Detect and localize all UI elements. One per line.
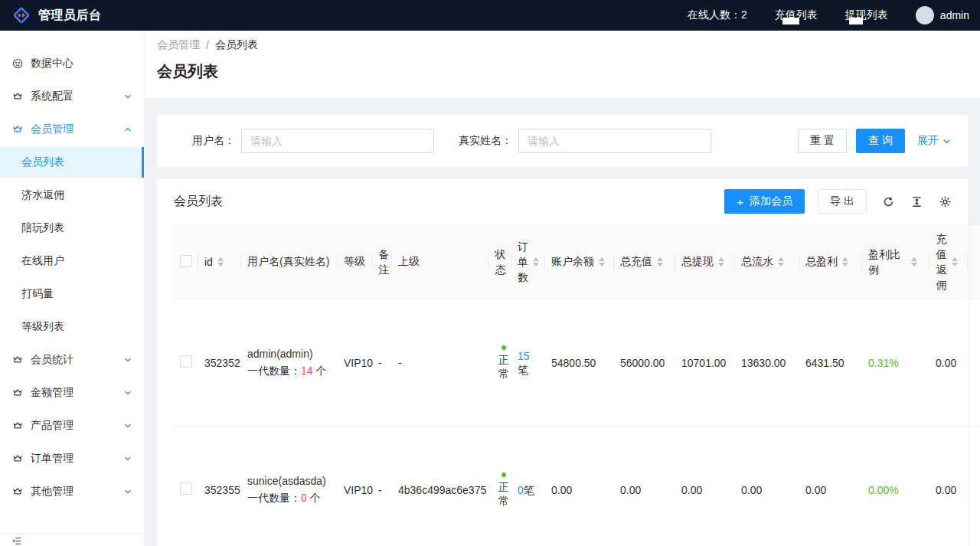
total-profit-value: 0.00 — [805, 484, 826, 496]
header-recharge-rebate[interactable]: 充值返佣 — [929, 225, 968, 299]
sidebar-item-level-list[interactable]: 等级列表 — [0, 312, 144, 342]
sidebar-item-product-manage[interactable]: 产品管理 — [0, 410, 144, 441]
sort-carets-icon[interactable] — [952, 257, 958, 266]
menu-fold-icon[interactable] — [12, 536, 22, 546]
realname-label: 真实姓名： — [459, 134, 512, 148]
crown-icon — [12, 420, 23, 431]
green-dot-icon — [501, 472, 506, 477]
header-username-label: 用户名(真实姓名) — [247, 255, 329, 267]
header-profit-ratio[interactable]: 盈利比例 — [862, 225, 929, 299]
username: admin — [940, 9, 969, 21]
green-dot-icon — [501, 345, 506, 350]
sidebar-item-other-manage[interactable]: 其他管理 — [0, 476, 144, 507]
row-checkbox[interactable] — [180, 355, 192, 368]
sidebar-item-label: 金额管理 — [31, 386, 74, 400]
header-id[interactable]: id — [198, 225, 241, 299]
realname-input[interactable] — [518, 129, 711, 153]
cell-orders: 0笔 — [511, 427, 545, 546]
sidebar-item-companion-list[interactable]: 陪玩列表 — [0, 213, 144, 244]
sidebar-item-member-list[interactable]: 会员列表 — [0, 147, 144, 178]
cell-total-profit: 6431.50 — [799, 299, 862, 427]
orders-count-link[interactable]: 15 — [518, 350, 530, 362]
header-level-label: 等级 — [344, 255, 365, 267]
header-orders[interactable]: 订单数 — [511, 225, 545, 299]
expand-toggle[interactable]: 展开 — [917, 134, 951, 148]
sort-carets-icon[interactable] — [842, 257, 848, 266]
sidebar-item-coding-volume[interactable]: 打码量 — [0, 279, 144, 309]
cell-status: 正常 — [488, 299, 511, 427]
select-all-checkbox[interactable] — [180, 255, 192, 267]
cell-level: VIP10 — [338, 427, 372, 546]
export-button[interactable]: 导 出 — [818, 189, 867, 214]
cell-profit-ratio: 0.31% — [862, 299, 929, 427]
crown-icon — [12, 355, 23, 365]
cell-total-withdraw: 0.00 — [675, 427, 735, 546]
cell-parent: 4b36c499ac6e375 — [392, 427, 488, 546]
header-total-profit-label: 总盈利 — [805, 255, 838, 269]
sort-carets-icon[interactable] — [778, 257, 784, 266]
reset-button[interactable]: 重 置 — [798, 129, 847, 153]
total-flow-value: 0.00 — [741, 484, 762, 496]
search-button[interactable]: 查 询 — [856, 129, 905, 153]
header-id-label: id — [204, 256, 213, 268]
header-total-withdraw-label: 总提现 — [681, 255, 714, 269]
username-value: sunice(asdasda) — [247, 475, 332, 487]
sidebar-item-label: 在线用户 — [21, 254, 64, 268]
topnav-recharge-list[interactable]: 充值列表 — [775, 8, 818, 22]
parent-value: 4b36c499ac6e375 — [398, 484, 486, 496]
main-area: 会员管理 / 会员列表 会员列表 用户名： 真实姓名： 重 置 查 询 — [145, 31, 980, 546]
topnav-withdraw-list[interactable]: 提现列表 — [845, 8, 888, 22]
header-total-recharge[interactable]: 总充值 — [614, 225, 675, 299]
header-username: 用户名(真实姓名) — [241, 225, 338, 299]
expand-label: 展开 — [917, 134, 939, 148]
sidebar-menu: 数据中心 系统配置 会员管理 会员列表 济水返佣 — [0, 31, 144, 507]
sort-carets-icon[interactable] — [599, 257, 605, 266]
reload-icon[interactable] — [882, 195, 895, 208]
sort-carets-icon[interactable] — [911, 257, 917, 266]
add-member-button[interactable]: + 添加会员 — [724, 189, 805, 214]
sidebar-item-order-manage[interactable]: 订单管理 — [0, 443, 144, 474]
sidebar-item-flow-rebate[interactable]: 济水返佣 — [0, 180, 144, 211]
content-area: 用户名： 真实姓名： 重 置 查 询 展开 — [145, 98, 980, 546]
header-total-flow[interactable]: 总流水 — [735, 225, 799, 299]
level-value: VIP10 — [344, 357, 373, 369]
sidebar-item-data-center[interactable]: 数据中心 — [0, 48, 144, 79]
sort-carets-icon[interactable] — [718, 257, 724, 266]
header-remark-label: 备注 — [378, 247, 390, 277]
gear-icon[interactable] — [939, 195, 952, 208]
breadcrumb-parent[interactable]: 会员管理 — [157, 38, 200, 52]
sidebar-item-member-manage[interactable]: 会员管理 — [0, 114, 144, 145]
chevron-down-icon — [942, 137, 951, 145]
header-total-profit[interactable]: 总盈利 — [799, 225, 862, 299]
profit-ratio-value: 0.31% — [868, 357, 899, 369]
header-orders-label: 订单数 — [518, 239, 528, 285]
topbar: 管理员后台 在线人数：2 充值列表 提现列表 admin — [0, 0, 980, 31]
total-withdraw-value: 0.00 — [681, 484, 702, 496]
header-total-withdraw[interactable]: 总提现 — [675, 225, 735, 299]
sort-carets-icon[interactable] — [217, 257, 224, 266]
header-profit-ratio-label: 盈利比例 — [868, 247, 906, 277]
sort-carets-icon[interactable] — [657, 257, 663, 266]
redaction-patch — [782, 18, 799, 25]
app-logo[interactable]: 管理员后台 — [12, 6, 102, 25]
sidebar-item-amount-manage[interactable]: 金额管理 — [0, 378, 144, 408]
topbar-right: 在线人数：2 充值列表 提现列表 admin — [660, 6, 969, 25]
chevron-down-icon — [124, 488, 132, 495]
sidebar-item-online-users[interactable]: 在线用户 — [0, 246, 144, 276]
sidebar-item-system-config[interactable]: 系统配置 — [0, 81, 144, 112]
user-menu[interactable]: admin — [916, 6, 969, 25]
header-balance[interactable]: 账户余额 — [545, 225, 614, 299]
sort-carets-icon[interactable] — [533, 257, 539, 266]
orders-count-link[interactable]: 0 — [518, 484, 524, 496]
cell-id: 352352 — [198, 299, 241, 427]
plus-icon: + — [737, 196, 743, 208]
cell-partial — [968, 299, 980, 427]
column-height-icon[interactable] — [910, 195, 923, 208]
remark-value: - — [378, 357, 382, 369]
crown-icon — [12, 387, 23, 398]
table-toolbar: 会员列表 + 添加会员 导 出 — [174, 189, 968, 214]
row-checkbox[interactable] — [180, 482, 192, 495]
username-input[interactable] — [241, 129, 434, 153]
sidebar-item-label: 济水返佣 — [21, 188, 64, 202]
sidebar-item-member-stats[interactable]: 会员统计 — [0, 345, 144, 375]
